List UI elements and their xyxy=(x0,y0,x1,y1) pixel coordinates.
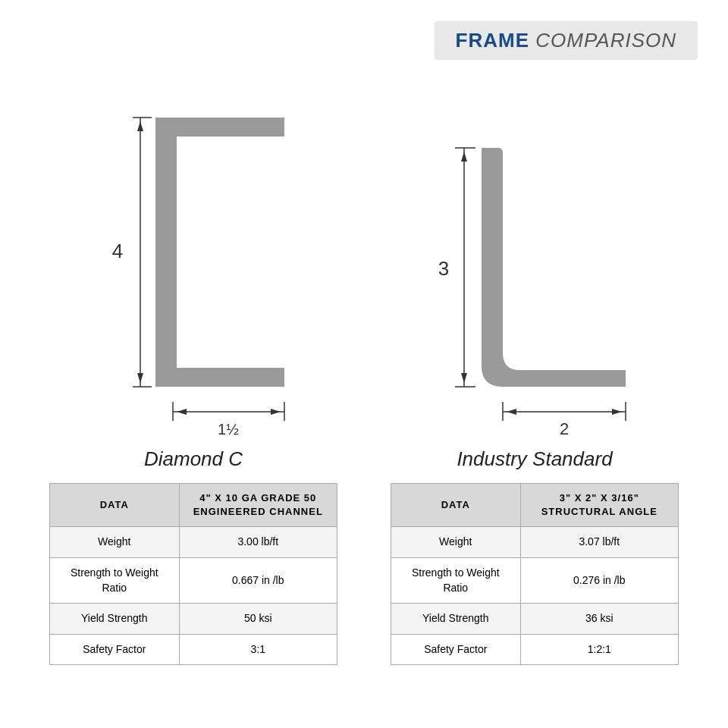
right-table-label-3: Yield Strength xyxy=(391,604,521,635)
left-table-row-2: Strength to Weight Ratio0.667 in /lb xyxy=(50,557,337,603)
page: FRAME COMPARISON xyxy=(0,0,728,728)
right-table-value-1: 3.07 lb/ft xyxy=(520,527,678,558)
left-table-row-0: DATA4" X 10 Ga Grade 50 Engineered Chann… xyxy=(50,484,337,527)
left-table-row-3: Yield Strength50 ksi xyxy=(50,604,337,635)
right-table-label-1: Weight xyxy=(391,527,521,558)
right-table-value-0: 3" X 2" X 3/16" Structural Angle xyxy=(520,484,678,527)
industry-standard-drawing: 3 2 xyxy=(372,68,698,447)
svg-marker-21 xyxy=(507,409,516,415)
right-table-row-2: Strength to Weight Ratio0.276 in /lb xyxy=(391,557,679,603)
left-table-value-0: 4" X 10 Ga Grade 50 Engineered Channel xyxy=(179,484,337,527)
right-table-label-2: Strength to Weight Ratio xyxy=(391,557,521,603)
svg-text:3: 3 xyxy=(438,257,449,280)
header-banner: FRAME COMPARISON xyxy=(435,21,698,60)
right-table-row-4: Safety Factor1:2:1 xyxy=(391,634,679,665)
diamond-c-svg: 4 1½ xyxy=(64,72,322,444)
right-table-row-1: Weight3.07 lb/ft xyxy=(391,527,679,558)
left-table-label-0: DATA xyxy=(50,484,180,527)
left-table-row-1: Weight3.00 lb/ft xyxy=(50,527,337,558)
left-table-value-4: 3:1 xyxy=(179,634,337,665)
right-data-table: DATA3" X 2" X 3/16" Structural AngleWeig… xyxy=(391,483,679,665)
left-table-value-3: 50 ksi xyxy=(179,604,337,635)
svg-marker-15 xyxy=(461,152,467,162)
right-table-value-4: 1:2:1 xyxy=(520,634,678,665)
right-panel: 3 2 Industry Standard DATA3" X 2" X 3/16… xyxy=(372,68,698,665)
svg-marker-16 xyxy=(461,373,467,383)
left-table-row-4: Safety Factor3:1 xyxy=(50,634,337,665)
svg-marker-9 xyxy=(177,409,187,415)
left-table-label-2: Strength to Weight Ratio xyxy=(50,557,180,603)
svg-marker-3 xyxy=(137,121,143,131)
left-table-value-2: 0.667 in /lb xyxy=(179,557,337,603)
left-table-value-1: 3.00 lb/ft xyxy=(179,527,337,558)
left-table-label-4: Safety Factor xyxy=(50,634,180,665)
main-content: 4 1½ Diamond C xyxy=(0,68,728,665)
svg-text:4: 4 xyxy=(112,240,123,262)
right-table-row-0: DATA3" X 2" X 3/16" Structural Angle xyxy=(391,484,679,527)
svg-marker-4 xyxy=(137,373,143,383)
header-italic: COMPARISON xyxy=(535,29,676,52)
right-table-label-4: Safety Factor xyxy=(391,634,521,665)
left-table-label-3: Yield Strength xyxy=(50,604,180,635)
svg-marker-22 xyxy=(612,409,622,415)
right-table-label-0: DATA xyxy=(391,484,521,527)
right-profile-name: Industry Standard xyxy=(457,447,612,471)
right-table-value-3: 36 ksi xyxy=(520,604,678,635)
right-table-row-3: Yield Strength36 ksi xyxy=(391,604,679,635)
right-table-value-2: 0.276 in /lb xyxy=(520,557,678,603)
svg-text:1½: 1½ xyxy=(218,421,239,438)
diamond-c-drawing: 4 1½ xyxy=(30,68,356,447)
left-table-label-1: Weight xyxy=(50,527,180,558)
svg-marker-10 xyxy=(271,409,281,415)
header-bold: FRAME xyxy=(456,29,529,52)
svg-text:2: 2 xyxy=(560,419,569,438)
left-profile-name: Diamond C xyxy=(144,447,243,471)
left-panel: 4 1½ Diamond C xyxy=(30,68,356,665)
left-data-table: DATA4" X 10 Ga Grade 50 Engineered Chann… xyxy=(49,483,337,665)
industry-standard-svg: 3 2 xyxy=(406,72,664,444)
